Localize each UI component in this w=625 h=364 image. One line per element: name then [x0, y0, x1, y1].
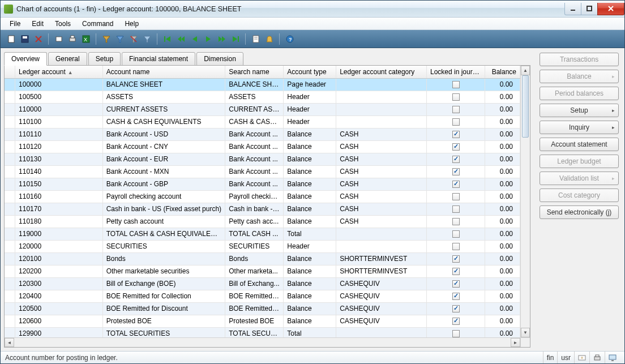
locked-checkbox[interactable] [452, 106, 460, 113]
cell-ledger[interactable]: 100000 [15, 78, 103, 91]
cell-account-name[interactable]: CASH & CASH EQUIVALENTS [102, 115, 225, 128]
cell-search-name[interactable]: CASH & CASH ... [225, 115, 284, 128]
cell-category[interactable]: CASHEQUIV [336, 315, 427, 327]
cell-balance[interactable]: 0.00 [485, 265, 520, 277]
cell-category[interactable] [336, 78, 427, 91]
account-statement-button[interactable]: Account statement [540, 138, 619, 151]
hscroll-track[interactable] [14, 338, 511, 347]
cell-balance[interactable]: 0.00 [485, 178, 520, 190]
cell-account-type[interactable]: Balance [284, 140, 336, 153]
table-row[interactable]: 120400BOE Remitted for CollectionBOE Rem… [5, 290, 520, 302]
cell-balance[interactable]: 0.00 [485, 91, 520, 103]
locked-checkbox[interactable] [452, 280, 460, 288]
status-currency-icon[interactable] [574, 352, 589, 363]
cell-account-name[interactable]: Other marketable securities [102, 265, 225, 277]
filter-by-field-button[interactable] [100, 33, 113, 45]
table-row[interactable]: 110000CURRENT ASSETSCURRENT ASSE...Heade… [5, 103, 520, 115]
row-handle[interactable] [5, 190, 15, 203]
cell-search-name[interactable]: Petty cash acc... [225, 215, 284, 228]
cell-account-name[interactable]: Bank Account - MXN [102, 165, 225, 178]
cell-locked[interactable] [426, 140, 485, 153]
cell-balance[interactable]: 0.00 [485, 153, 520, 165]
cell-category[interactable]: CASH [336, 203, 427, 215]
table-row[interactable]: 110150Bank Account - GBPBank Account ...… [5, 178, 520, 190]
row-handle[interactable] [5, 252, 15, 265]
cell-category[interactable]: CASH [336, 178, 427, 190]
menu-command[interactable]: Command [76, 19, 119, 29]
locked-checkbox[interactable] [452, 181, 460, 188]
table-row[interactable]: 120600Protested BOEProtested BOEBalanceC… [5, 315, 520, 327]
send-electronically-button[interactable]: Send electronically (j) [540, 205, 619, 219]
cell-balance[interactable]: 0.00 [485, 228, 520, 240]
cell-account-name[interactable]: Bill of Exchange (BOE) [102, 277, 225, 290]
document-handling-button[interactable] [250, 33, 262, 45]
locked-checkbox[interactable] [452, 330, 460, 337]
col-account-type[interactable]: Account type [284, 66, 336, 78]
table-row[interactable]: 110110Bank Account - USDBank Account ...… [5, 128, 520, 140]
cell-search-name[interactable]: Bank Account ... [225, 178, 284, 190]
table-row[interactable]: 110160Payroll checking accountPayroll ch… [5, 190, 520, 203]
cell-balance[interactable]: 0.00 [485, 165, 520, 178]
locked-checkbox[interactable] [452, 318, 460, 325]
menu-file[interactable]: File [4, 19, 26, 29]
cell-account-type[interactable]: Balance [284, 190, 336, 203]
cost-category-button[interactable]: Cost category [540, 189, 619, 202]
cell-ledger[interactable]: 120100 [15, 252, 103, 265]
cell-account-type[interactable]: Balance [284, 165, 336, 178]
scroll-up-button[interactable]: ▲ [521, 66, 530, 75]
cell-ledger[interactable]: 110170 [15, 203, 103, 215]
close-button[interactable] [597, 3, 624, 15]
cell-search-name[interactable]: TOTAL CASH ... [225, 228, 284, 240]
cell-ledger[interactable]: 120000 [15, 240, 103, 252]
delete-button[interactable] [32, 33, 45, 45]
table-row[interactable]: 120000SECURITIESSECURITIESHeader0.00 [5, 240, 520, 252]
validation-list-button[interactable]: Validation list▸ [540, 172, 619, 185]
cell-ledger[interactable]: 120500 [15, 302, 103, 315]
locked-checkbox[interactable] [452, 218, 460, 225]
transactions-button[interactable]: Transactions [540, 53, 619, 66]
cell-category[interactable]: CASH [336, 140, 427, 153]
cell-search-name[interactable]: Bill of Exchang... [225, 277, 284, 290]
cell-account-name[interactable]: CURRENT ASSETS [102, 103, 225, 115]
status-help-icon[interactable] [605, 352, 620, 363]
cell-search-name[interactable]: Bank Account ... [225, 140, 284, 153]
menu-help[interactable]: Help [119, 19, 144, 29]
ledger-budget-button[interactable]: Ledger budget [540, 155, 619, 168]
cell-ledger[interactable]: 110140 [15, 165, 103, 178]
row-handle[interactable] [5, 78, 15, 91]
cell-ledger[interactable]: 110130 [15, 153, 103, 165]
menu-edit[interactable]: Edit [26, 19, 49, 29]
cell-account-name[interactable]: Bank Account - GBP [102, 178, 225, 190]
cell-search-name[interactable]: BALANCE SHEET [225, 78, 284, 91]
cell-category[interactable]: SHORTTERMINVEST [336, 265, 427, 277]
cell-search-name[interactable]: Payroll checkin... [225, 190, 284, 203]
col-ledger-category[interactable]: Ledger account category [336, 66, 427, 78]
locked-checkbox[interactable] [452, 168, 460, 175]
cell-account-type[interactable]: Total [284, 228, 336, 240]
cell-account-name[interactable]: Protested BOE [102, 315, 225, 327]
cell-locked[interactable] [426, 78, 485, 91]
cell-locked[interactable] [426, 103, 485, 115]
cell-balance[interactable]: 0.00 [485, 115, 520, 128]
col-account-name[interactable]: Account name [102, 66, 225, 78]
new-button[interactable] [5, 33, 18, 45]
cell-category[interactable]: CASHEQUIV [336, 290, 427, 302]
cell-balance[interactable]: 0.00 [485, 315, 520, 327]
row-handle[interactable] [5, 265, 15, 277]
col-balance[interactable]: Balance [485, 66, 520, 78]
balance-button[interactable]: Balance▸ [540, 70, 619, 83]
cell-account-type[interactable]: Header [284, 91, 336, 103]
cell-account-name[interactable]: Petty cash account [102, 215, 225, 228]
col-ledger-account[interactable]: Ledger account▲ [15, 66, 103, 78]
cell-account-type[interactable]: Balance [284, 153, 336, 165]
cell-category[interactable]: CASH [336, 128, 427, 140]
locked-checkbox[interactable] [452, 118, 460, 126]
cell-locked[interactable] [426, 228, 485, 240]
row-handle[interactable] [5, 240, 15, 252]
cell-search-name[interactable]: BOE Remitted f... [225, 302, 284, 315]
cell-balance[interactable]: 0.00 [485, 240, 520, 252]
row-handle[interactable] [5, 178, 15, 190]
cell-account-name[interactable]: BALANCE SHEET [102, 78, 225, 91]
table-row[interactable]: 120200Other marketable securitiesOther m… [5, 265, 520, 277]
cell-search-name[interactable]: BOE Remitted f... [225, 290, 284, 302]
